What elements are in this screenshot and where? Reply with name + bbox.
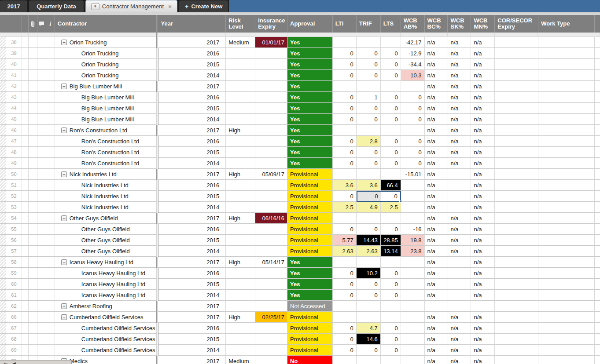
cell-comment[interactable] <box>37 70 46 81</box>
info-column-header[interactable]: i <box>46 15 55 33</box>
cell-lti[interactable]: 0 <box>333 114 357 125</box>
cell-insurance-expiry[interactable] <box>255 158 287 169</box>
row-number[interactable]: 56 <box>6 235 22 246</box>
cell-ab[interactable]: -42.17 <box>401 37 425 48</box>
cell-wcb-mn[interactable]: n/a <box>471 202 495 213</box>
cell-contractor[interactable]: Orion Trucking <box>55 48 157 59</box>
cell-clip[interactable] <box>29 224 37 235</box>
cell-approval[interactable]: Provisional <box>287 202 333 213</box>
cell-approval[interactable]: Yes <box>287 257 333 268</box>
row-indicator[interactable] <box>0 114 6 125</box>
cell-info[interactable] <box>46 257 55 268</box>
cell-year[interactable]: 2014 <box>158 202 226 213</box>
cell-lts[interactable]: 0 <box>381 279 401 290</box>
cell-wcb-sk[interactable]: n/a <box>448 345 471 356</box>
tab-dropdown-icon[interactable]: ▼ <box>91 3 99 10</box>
cell-ab[interactable] <box>401 125 425 136</box>
cell-contractor[interactable]: Orion Trucking <box>55 70 157 81</box>
cell-insurance-expiry[interactable]: 05/09/17 <box>255 169 287 180</box>
row-number[interactable]: 38 <box>6 37 22 48</box>
cell-lti[interactable]: 0 <box>333 70 357 81</box>
cell-lti[interactable]: 3.6 <box>333 180 357 191</box>
cell-info[interactable] <box>46 334 55 345</box>
cell-b1[interactable] <box>22 235 29 246</box>
cell-trif[interactable] <box>357 213 381 224</box>
row-indicator[interactable] <box>0 125 6 136</box>
cell-insurance-expiry[interactable] <box>255 290 287 301</box>
cell-risk-level[interactable]: High <box>226 125 255 136</box>
cell-lts[interactable]: 0 <box>381 70 401 81</box>
column-header-lti[interactable]: LTI <box>333 15 357 33</box>
cell-info[interactable] <box>46 114 55 125</box>
cell-approval[interactable]: Provisional <box>287 191 333 202</box>
cell-wcb-bc[interactable]: n/a <box>425 136 448 147</box>
cell-trif[interactable]: 0 <box>357 345 381 356</box>
cell-info[interactable] <box>46 180 55 191</box>
cell-wcb-sk[interactable]: n/a <box>448 125 471 136</box>
cell-trif[interactable]: 0 <box>357 48 381 59</box>
column-header-mn[interactable]: WCB MN% <box>471 15 495 33</box>
cell-wcb-mn[interactable] <box>471 301 495 312</box>
collapse-toggle-icon[interactable]: − <box>61 40 67 45</box>
cell-trif[interactable]: 0 <box>357 114 381 125</box>
cell-approval[interactable]: Provisional <box>287 246 333 257</box>
row-number[interactable]: 62 <box>6 301 22 312</box>
cell-clip[interactable] <box>29 48 37 59</box>
cell-clip[interactable] <box>29 92 37 103</box>
cell-ab[interactable] <box>401 312 425 323</box>
cell-wcb-sk[interactable]: n/a <box>448 136 471 147</box>
cell-wcb-bc[interactable]: n/a <box>425 59 448 70</box>
cell-wcb-sk[interactable]: n/a <box>448 158 471 169</box>
cell-ab[interactable] <box>401 213 425 224</box>
cell-clip[interactable] <box>29 59 37 70</box>
collapse-toggle-icon[interactable]: − <box>61 171 67 177</box>
tab-close-icon[interactable]: × <box>168 3 172 10</box>
cell-year[interactable]: 2015 <box>158 279 226 290</box>
cell-work-type[interactable] <box>538 290 595 301</box>
cell-risk-level[interactable] <box>226 136 255 147</box>
row-number[interactable]: 52 <box>6 191 22 202</box>
cell-lts[interactable]: 0 <box>381 158 401 169</box>
cell-b1[interactable] <box>22 334 29 345</box>
cell-comment[interactable] <box>37 103 46 114</box>
cell-work-type[interactable] <box>538 268 595 279</box>
cell-work-type[interactable] <box>538 235 595 246</box>
cell-lts[interactable]: 0 <box>381 290 401 301</box>
cell-lti[interactable] <box>333 312 357 323</box>
row-indicator[interactable] <box>0 290 6 301</box>
cell-insurance-expiry[interactable] <box>255 246 287 257</box>
cell-wcb-sk[interactable]: n/a <box>448 147 471 158</box>
cell-work-type[interactable] <box>538 323 595 334</box>
cell-ab[interactable] <box>401 323 425 334</box>
column-header-trif[interactable]: TRIF <box>357 15 381 33</box>
cell-work-type[interactable] <box>538 37 595 48</box>
cell-wcb-bc[interactable]: n/a <box>425 92 448 103</box>
cell-b1[interactable] <box>22 169 29 180</box>
cell-lts[interactable] <box>381 37 401 48</box>
cell-work-type[interactable] <box>538 356 595 364</box>
cell-lts[interactable] <box>381 81 401 92</box>
cell-work-type[interactable] <box>538 169 595 180</box>
cell-year[interactable]: 2014 <box>158 246 226 257</box>
cell-clip[interactable] <box>29 246 37 257</box>
cell-risk-level[interactable] <box>226 334 255 345</box>
cell-comment[interactable] <box>37 92 46 103</box>
cell-cor-secor-expiry[interactable] <box>495 103 538 114</box>
cell-clip[interactable] <box>29 290 37 301</box>
cell-risk-level[interactable]: High <box>226 213 255 224</box>
cell-cor-secor-expiry[interactable] <box>495 136 538 147</box>
cell-risk-level[interactable] <box>226 345 255 356</box>
row-number[interactable]: 41 <box>6 70 22 81</box>
cell-wcb-mn[interactable]: n/a <box>471 180 495 191</box>
cell-wcb-bc[interactable]: n/a <box>425 356 448 364</box>
cell-clip[interactable] <box>29 301 37 312</box>
cell-lti[interactable]: 0 <box>333 191 357 202</box>
cell-approval[interactable]: Yes <box>287 70 333 81</box>
cell-ab[interactable]: -12.9 <box>401 48 425 59</box>
cell-info[interactable] <box>46 213 55 224</box>
cell-trif[interactable] <box>357 125 381 136</box>
cell-year[interactable]: 2016 <box>158 48 226 59</box>
row-number[interactable]: 51 <box>6 180 22 191</box>
cell-comment[interactable] <box>37 213 46 224</box>
cell-cor-secor-expiry[interactable] <box>495 48 538 59</box>
